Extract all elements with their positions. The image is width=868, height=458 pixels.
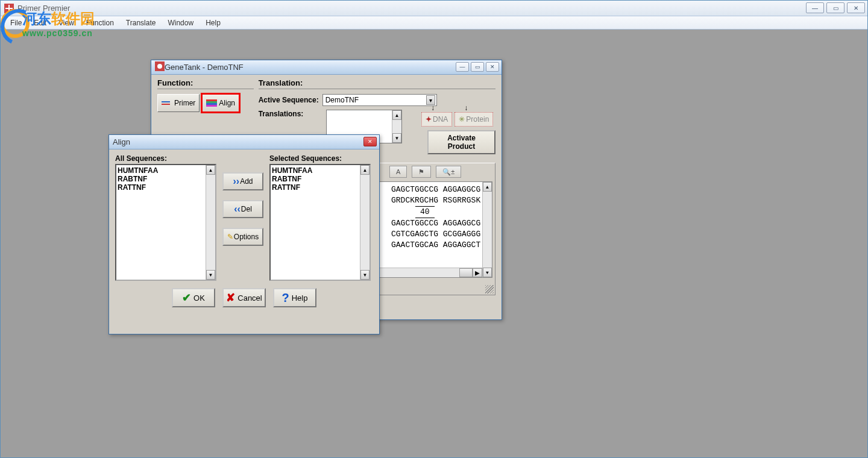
primer-button-label: Primer xyxy=(174,99,195,107)
genetank-close-button[interactable]: ✕ xyxy=(486,62,499,72)
dna-icon: ✦ xyxy=(426,115,432,124)
primer-icon xyxy=(162,101,172,105)
menu-window[interactable]: Window xyxy=(162,17,200,28)
scroll-up-icon[interactable]: ▲ xyxy=(392,110,401,120)
add-button[interactable]: ›› Add xyxy=(222,172,263,190)
menu-help[interactable]: Help xyxy=(200,17,227,28)
del-button-label: Del xyxy=(241,205,252,213)
protein-button-label: Protein xyxy=(466,115,489,124)
seq-position: 40 xyxy=(415,206,435,218)
list-item[interactable]: HUMTNFAA xyxy=(118,166,214,175)
toolbar-zoom-button[interactable]: 🔍± xyxy=(436,166,461,178)
scroll-down-icon[interactable]: ▼ xyxy=(360,270,370,280)
selected-sequences-list[interactable]: HUMTNFAA RABTNF RATTNF ▲ ▼ xyxy=(269,164,371,281)
dna-button[interactable]: ✦ DNA xyxy=(421,112,452,127)
align-controls: ✕ xyxy=(363,137,377,146)
scroll-down-icon[interactable]: ▼ xyxy=(483,268,492,277)
list-item[interactable]: RABTNF xyxy=(272,175,368,183)
function-label: Function: xyxy=(157,78,254,87)
del-button[interactable]: ‹‹ Del xyxy=(222,200,263,218)
help-button-label: Help xyxy=(292,293,308,303)
active-sequence-value: DemoTNF xyxy=(326,96,359,104)
align-close-button[interactable]: ✕ xyxy=(363,137,377,146)
all-sequences-list[interactable]: HUMTNFAA RABTNF RATTNF ▲ ▼ xyxy=(115,164,216,281)
scroll-right-icon[interactable]: ▶ xyxy=(473,268,482,277)
ok-button[interactable]: ✔ OK xyxy=(172,288,215,307)
menu-function[interactable]: Function xyxy=(80,17,120,28)
close-button[interactable]: ✕ xyxy=(847,2,865,13)
menu-file[interactable]: File xyxy=(4,17,28,28)
sequence-vscrollbar[interactable]: ▲ ▼ xyxy=(482,182,492,277)
chevron-right-icon: ›› xyxy=(233,176,239,187)
seq-line: GAGCTGGCCG AGGAGGCG xyxy=(391,184,489,195)
align-body: All Sequences: HUMTNFAA RABTNF RATTNF ▲ … xyxy=(109,149,379,315)
menubar: File Edit View Function Translate Window… xyxy=(1,16,867,30)
translations-scrollbar[interactable]: ▲ ▼ xyxy=(392,110,401,143)
scroll-down-icon[interactable]: ▼ xyxy=(206,270,215,280)
svg-point-2 xyxy=(157,64,162,69)
toolbar-a-button[interactable]: A xyxy=(389,166,407,178)
chevron-left-icon: ‹‹ xyxy=(234,204,241,215)
genetank-controls: — ▭ ✕ xyxy=(456,62,499,72)
activate-product-button[interactable]: Activate Product xyxy=(427,130,495,154)
genetank-title: GeneTank - DemoTNF xyxy=(165,63,244,72)
genetank-minimize-button[interactable]: — xyxy=(456,62,469,72)
translation-label: Translation: xyxy=(259,78,495,87)
primer-button[interactable]: Primer xyxy=(157,94,200,112)
align-icon xyxy=(206,99,217,107)
align-button-label: Align xyxy=(219,99,235,107)
dna-button-label: DNA xyxy=(433,115,448,124)
maximize-button[interactable]: ▭ xyxy=(826,2,844,13)
genetank-titlebar[interactable]: GeneTank - DemoTNF — ▭ ✕ xyxy=(151,60,502,75)
list-item[interactable]: HUMTNFAA xyxy=(272,166,368,175)
list-item[interactable]: RABTNF xyxy=(118,175,214,183)
scroll-up-icon[interactable]: ▲ xyxy=(360,165,370,175)
seq-line: GRDCKRGCHG RSGRRGSK xyxy=(391,195,489,206)
hscroll-thumb[interactable] xyxy=(459,268,473,277)
menu-edit[interactable]: Edit xyxy=(28,17,52,28)
active-sequence-dropdown[interactable]: DemoTNF xyxy=(322,94,437,106)
genetank-icon xyxy=(155,61,165,73)
help-button[interactable]: ? Help xyxy=(273,288,316,307)
check-icon: ✔ xyxy=(182,291,191,304)
options-button-label: Options xyxy=(234,233,259,241)
options-icon: ✎ xyxy=(227,233,233,241)
seq-line: GAACTGGCAG AGGAGGCT xyxy=(391,240,489,251)
menu-view[interactable]: View xyxy=(52,17,80,28)
align-button[interactable]: Align xyxy=(202,94,239,112)
app-title: Primer Premier xyxy=(17,4,70,13)
app-icon xyxy=(4,4,14,13)
watermark-url: www.pc0359.cn xyxy=(22,28,95,38)
main-window-controls: — ▭ ✕ xyxy=(806,2,865,13)
x-icon: ✘ xyxy=(226,291,235,304)
all-list-scrollbar[interactable]: ▲ ▼ xyxy=(206,165,215,280)
protein-icon: ✳ xyxy=(459,115,465,124)
protein-button[interactable]: ✳ Protein xyxy=(454,112,493,127)
scroll-down-icon[interactable]: ▼ xyxy=(392,133,401,143)
cancel-button[interactable]: ✘ Cancel xyxy=(222,288,266,307)
toolbar-flag-button[interactable]: ⚑ xyxy=(412,166,431,178)
selected-list-scrollbar[interactable]: ▲ ▼ xyxy=(360,165,370,280)
align-middle-buttons: ›› Add ‹‹ Del ✎ Options xyxy=(222,154,263,281)
ok-button-label: OK xyxy=(193,293,205,303)
genetank-maximize-button[interactable]: ▭ xyxy=(471,62,484,72)
arrow-down-icon: ↓ xyxy=(431,104,435,112)
scroll-up-icon[interactable]: ▲ xyxy=(206,165,215,175)
resize-grip-icon[interactable] xyxy=(485,285,494,293)
translation-buttons-col: ↓ ✦ DNA ↓ ✳ xyxy=(406,110,495,154)
minimize-button[interactable]: — xyxy=(806,2,824,13)
seq-line: GAGCTGGCCG AGGAGGCG xyxy=(391,218,489,229)
menu-translate[interactable]: Translate xyxy=(120,17,162,28)
main-window: Primer Premier — ▭ ✕ File Edit View Func… xyxy=(0,0,868,458)
seq-line: CGTCGAGCTG GCGGAGGG xyxy=(391,229,489,240)
scroll-up-icon[interactable]: ▲ xyxy=(483,182,492,192)
align-dialog-buttons: ✔ OK ✘ Cancel ? Help xyxy=(115,288,373,307)
align-titlebar[interactable]: Align ✕ xyxy=(109,135,379,149)
align-title: Align xyxy=(113,137,130,146)
translations-label: Translations: xyxy=(259,110,322,118)
list-item[interactable]: RATTNF xyxy=(272,183,368,192)
all-sequences-label: All Sequences: xyxy=(115,154,216,163)
list-item[interactable]: RATTNF xyxy=(118,183,214,192)
options-button[interactable]: ✎ Options xyxy=(222,228,263,246)
cancel-button-label: Cancel xyxy=(237,293,262,303)
